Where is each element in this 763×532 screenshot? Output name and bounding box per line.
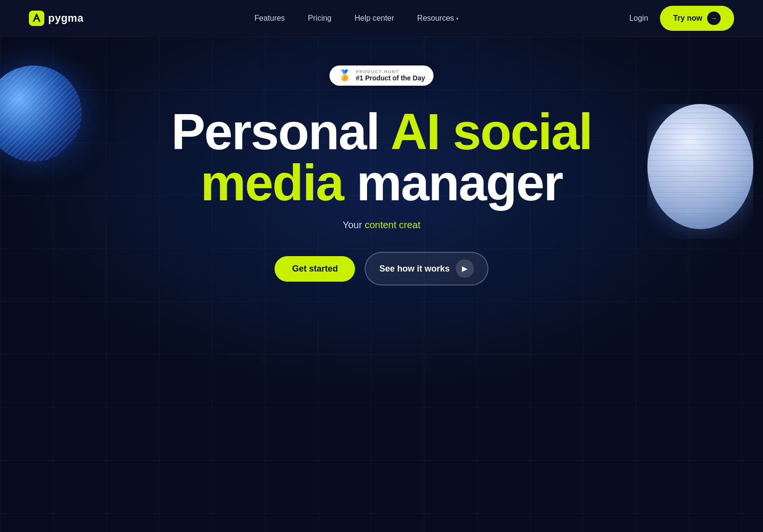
- headline-word-ai-social: AI social: [391, 103, 592, 160]
- logo[interactable]: pygma: [29, 11, 83, 26]
- product-hunt-badge: 🏅 PRODUCT HUNT #1 Product of the Day: [329, 65, 434, 86]
- nav-link-login[interactable]: Login: [629, 14, 648, 23]
- logo-icon: [29, 11, 44, 26]
- orb-right: [647, 104, 763, 306]
- cta-row: Get started See how it works ▶: [275, 252, 488, 285]
- nav-link-resources[interactable]: Resources ▾: [417, 14, 458, 23]
- headline-word-personal: Personal: [171, 103, 390, 160]
- arrow-icon: →: [707, 12, 721, 25]
- hero-section: 🏅 PRODUCT HUNT #1 Product of the Day Per…: [0, 37, 763, 532]
- nav-links: Features Pricing Help center Resources ▾: [254, 14, 458, 23]
- nav-actions: Login Try now →: [629, 6, 734, 31]
- nav-link-features[interactable]: Features: [254, 14, 285, 23]
- badge-text: PRODUCT HUNT #1 Product of the Day: [356, 69, 425, 82]
- play-icon: ▶: [456, 260, 474, 278]
- navbar: pygma Features Pricing Help center Resou…: [0, 0, 763, 37]
- headline-word-media: media: [200, 154, 343, 211]
- chevron-down-icon: ▾: [456, 16, 459, 21]
- get-started-button[interactable]: Get started: [275, 256, 355, 282]
- headline-word-manager: manager: [343, 154, 563, 211]
- see-how-it-works-button[interactable]: See how it works ▶: [365, 252, 488, 285]
- try-now-button[interactable]: Try now →: [660, 6, 734, 31]
- orb-left: [0, 65, 96, 248]
- nav-link-pricing[interactable]: Pricing: [308, 14, 331, 23]
- hero-subtext: Your content creat: [342, 220, 421, 231]
- blue-sphere: [0, 65, 82, 162]
- badge-title: #1 Product of the Day: [356, 74, 425, 82]
- white-sphere-inner: [647, 104, 753, 229]
- nav-link-help[interactable]: Help center: [355, 14, 394, 23]
- hero-content: 🏅 PRODUCT HUNT #1 Product of the Day Per…: [152, 65, 611, 285]
- hero-headline: Personal AI social media manager: [171, 106, 592, 208]
- white-sphere: [647, 104, 753, 239]
- badge-label: PRODUCT HUNT: [356, 69, 399, 74]
- logo-text: pygma: [48, 12, 83, 25]
- medal-icon: 🏅: [338, 69, 351, 82]
